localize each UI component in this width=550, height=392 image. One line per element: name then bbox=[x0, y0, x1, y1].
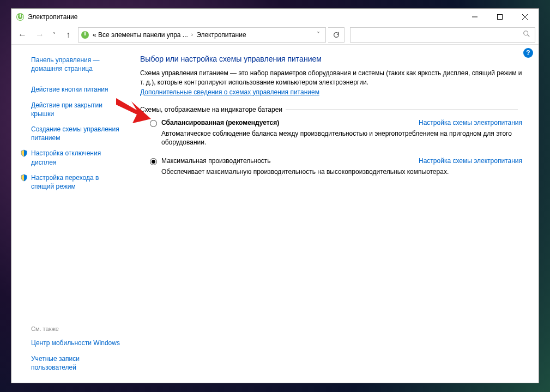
back-button[interactable]: ← bbox=[15, 27, 30, 43]
learn-more-link[interactable]: Дополнительные сведения о схемах управле… bbox=[140, 88, 319, 96]
power-options-icon bbox=[81, 31, 89, 39]
address-dropdown-chevron[interactable]: ˅ bbox=[313, 31, 323, 39]
see-also-label: См. также bbox=[22, 322, 120, 335]
window-title: Электропитание bbox=[28, 13, 462, 21]
chevron-right-icon: › bbox=[191, 32, 193, 38]
control-panel-window: Электропитание ← → ˅ ↑ « Все элементы па… bbox=[11, 8, 539, 383]
sidebar: Панель управления — домашняя страница Де… bbox=[11, 45, 127, 383]
page-heading: Выбор или настройка схемы управления пит… bbox=[140, 55, 522, 63]
up-button[interactable]: ↑ bbox=[61, 27, 76, 43]
titlebar: Электропитание bbox=[11, 9, 539, 25]
breadcrumb-current[interactable]: Электропитание bbox=[195, 31, 247, 39]
sidebar-see-also-mobility[interactable]: Центр мобильности Windows bbox=[22, 335, 120, 351]
sidebar-link-sleep[interactable]: Настройка перехода в спящий режим bbox=[22, 170, 120, 194]
svg-rect-7 bbox=[84, 32, 86, 35]
svg-rect-3 bbox=[498, 15, 503, 20]
sidebar-see-also-users[interactable]: Учетные записи пользователей bbox=[22, 351, 120, 375]
navigation-toolbar: ← → ˅ ↑ « Все элементы панели упра ... ›… bbox=[11, 25, 539, 45]
sidebar-link-power-button[interactable]: Действие кнопки питания bbox=[22, 82, 120, 97]
main-content: ? Выбор или настройка схемы управления п… bbox=[127, 45, 539, 383]
svg-line-9 bbox=[528, 35, 530, 37]
forward-button[interactable]: → bbox=[32, 27, 47, 43]
plan-name[interactable]: Сбалансированная (рекомендуется) bbox=[161, 119, 419, 126]
plans-group-label: Схемы, отображаемые на индикаторе батаре… bbox=[140, 106, 522, 113]
sidebar-link-create-plan[interactable]: Создание схемы управления питанием bbox=[22, 122, 120, 146]
plan-radio-high-performance[interactable] bbox=[150, 158, 157, 165]
power-plan-high-performance: Максимальная производительность Настройк… bbox=[150, 157, 522, 177]
plans-group-label-text: Схемы, отображаемые на индикаторе батаре… bbox=[140, 106, 282, 113]
plan-description: Обеспечивает максимальную производительн… bbox=[161, 167, 522, 177]
close-button[interactable] bbox=[512, 9, 537, 25]
plan-description: Автоматическое соблюдение баланса между … bbox=[161, 129, 522, 148]
sidebar-link-lid-close[interactable]: Действие при закрытии крышки bbox=[22, 98, 120, 122]
breadcrumb-root[interactable]: « Все элементы панели упра ... bbox=[92, 31, 189, 39]
svg-rect-1 bbox=[20, 14, 21, 17]
search-icon bbox=[523, 30, 530, 39]
minimize-button[interactable] bbox=[462, 9, 487, 25]
svg-point-8 bbox=[524, 31, 528, 35]
page-description: Схема управления питанием — это набор па… bbox=[140, 69, 522, 87]
maximize-button[interactable] bbox=[487, 9, 512, 25]
recent-locations-chevron[interactable]: ˅ bbox=[50, 27, 58, 43]
power-plan-balanced: Сбалансированная (рекомендуется) Настрой… bbox=[150, 119, 522, 148]
sidebar-link-display-off[interactable]: Настройка отключения дисплея bbox=[22, 146, 120, 170]
sidebar-link-label: Настройка отключения дисплея bbox=[31, 149, 101, 166]
plan-name[interactable]: Максимальная производительность bbox=[161, 157, 419, 165]
refresh-button[interactable] bbox=[328, 27, 344, 43]
sidebar-home-link[interactable]: Панель управления — домашняя страница bbox=[22, 52, 120, 76]
search-input[interactable] bbox=[350, 27, 535, 43]
power-options-icon bbox=[16, 13, 25, 21]
help-icon[interactable]: ? bbox=[523, 48, 533, 58]
plan-settings-link[interactable]: Настройка схемы электропитания bbox=[419, 119, 522, 126]
sidebar-link-label: Настройка перехода в спящий режим bbox=[31, 174, 99, 190]
shield-icon bbox=[20, 174, 28, 182]
plan-settings-link[interactable]: Настройка схемы электропитания bbox=[419, 157, 522, 165]
plan-radio-balanced[interactable] bbox=[150, 120, 157, 127]
shield-icon bbox=[20, 149, 28, 157]
address-bar[interactable]: « Все элементы панели упра ... › Электро… bbox=[78, 27, 326, 43]
